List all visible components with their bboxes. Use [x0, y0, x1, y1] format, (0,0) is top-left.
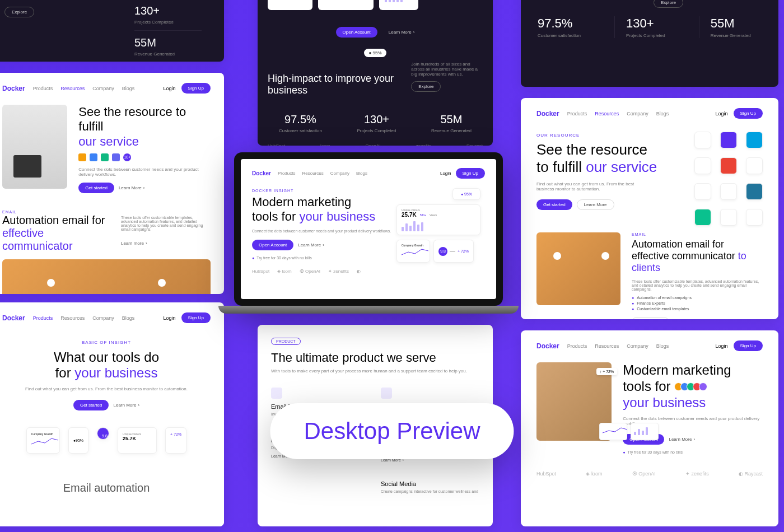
- nav-blogs[interactable]: Blogs: [656, 343, 669, 349]
- mailchimp-icon: [553, 252, 561, 260]
- partner-logos: HubSpot ◈ loom ⦿ OpenAI ✦ zenefits ◐: [252, 269, 485, 274]
- partner-logos: HubSpot ◈ loom ⦿ OpenAI ✦ zenefits ◐ Ray…: [536, 471, 763, 477]
- learn-more-button[interactable]: Learn More: [119, 183, 145, 193]
- stats-card-topleft: High-impact to improve your business Joi…: [0, 0, 224, 62]
- buffer-icon: [694, 157, 711, 174]
- learn-more-button[interactable]: Learn more: [632, 317, 669, 319]
- learn-more-button[interactable]: Learn More: [669, 434, 695, 445]
- nav-resources[interactable]: Resources: [595, 343, 619, 349]
- integration-icon: [78, 153, 86, 161]
- gmail-icon: [720, 157, 737, 174]
- nav-blogs[interactable]: Blogs: [122, 315, 135, 321]
- bars-widget: [631, 423, 659, 440]
- nav-company[interactable]: Company: [92, 86, 114, 91]
- resource-card-right: Docker Products Resources Company Blogs …: [521, 98, 778, 319]
- stats-card-topright: High-impact to improve your business Joi…: [521, 0, 778, 87]
- notion-icon: [694, 183, 711, 200]
- wordpress-icon: [746, 183, 763, 200]
- nav-company[interactable]: Company: [92, 315, 114, 321]
- nav-company[interactable]: Company: [627, 343, 648, 349]
- learn-more-button[interactable]: Learn more: [121, 241, 147, 246]
- stat-item: 55M Revenue Generated: [134, 30, 202, 62]
- login-link[interactable]: Login: [716, 111, 728, 116]
- nav-products[interactable]: Products: [33, 315, 53, 321]
- signup-button[interactable]: Sign Up: [734, 108, 763, 119]
- nav-products[interactable]: Products: [567, 111, 587, 116]
- score-widget: 9.8 ── + 72%: [433, 240, 474, 263]
- analytics-icon: [720, 209, 737, 226]
- nav-resources[interactable]: Resources: [302, 171, 323, 176]
- growth-widget: Company Growth: [26, 427, 60, 454]
- logo[interactable]: Docker: [2, 314, 25, 322]
- get-started-button[interactable]: Get started: [73, 400, 109, 410]
- pct-widget: ● 95%: [452, 188, 480, 200]
- score-widget: 9.8 ──── + 72%: [318, 0, 374, 10]
- hero-dark-center: Company Growth 9.8 ──── + 72% Unique vis…: [258, 0, 493, 146]
- nav-products[interactable]: Products: [567, 343, 587, 349]
- login-link[interactable]: Login: [716, 343, 728, 349]
- nav-resources[interactable]: Resources: [60, 315, 85, 321]
- nav-blogs[interactable]: Blogs: [356, 171, 367, 176]
- drive-icon: [720, 183, 737, 200]
- resource-card-left: Docker Products Resources Company Blogs …: [0, 73, 224, 294]
- salesforce-icon: [746, 132, 763, 148]
- nav-company[interactable]: Company: [627, 111, 648, 116]
- hero-card-right: Docker Products Resources Company Blogs …: [521, 330, 778, 526]
- email-image: [2, 259, 211, 294]
- slack-icon: [746, 157, 763, 174]
- explore-button[interactable]: Explore: [411, 81, 441, 92]
- hero-image: [2, 105, 67, 189]
- open-account-button[interactable]: Open Account: [252, 240, 293, 250]
- nav-resources[interactable]: Resources: [595, 111, 619, 116]
- laptop-mockup: Docker Products Resources Company Blogs …: [234, 152, 503, 314]
- more-icon: [746, 209, 763, 226]
- explore-button[interactable]: Explore: [654, 0, 683, 8]
- learn-more-button[interactable]: Learn More: [577, 199, 614, 210]
- nav-blogs[interactable]: Blogs: [122, 86, 135, 91]
- logo[interactable]: Docker: [252, 170, 271, 176]
- score-widget: 9.8: [97, 427, 109, 440]
- visitors-widget: Unique visitors 25.7K: [118, 427, 157, 454]
- open-account-button[interactable]: Open Account: [336, 27, 377, 38]
- learn-more-button[interactable]: Learn More: [298, 240, 324, 250]
- growth-widget: Company Growth: [268, 0, 312, 10]
- nav-products[interactable]: Products: [33, 86, 53, 91]
- email-marketing-icon: [271, 388, 282, 399]
- signup-button[interactable]: Sign Up: [456, 168, 485, 179]
- mailchimp-icon: [694, 132, 711, 148]
- avatar-stack: [676, 382, 707, 391]
- get-started-button[interactable]: Get started: [78, 183, 114, 193]
- logo[interactable]: Docker: [2, 85, 25, 92]
- nav-products[interactable]: Products: [278, 171, 296, 176]
- signup-button[interactable]: Sign Up: [181, 312, 211, 323]
- login-link[interactable]: Login: [164, 86, 176, 91]
- nav-blogs[interactable]: Blogs: [656, 111, 669, 116]
- asana-icon: [720, 132, 737, 148]
- nav-company[interactable]: Company: [330, 171, 349, 176]
- nav-resources[interactable]: Resources: [60, 86, 85, 91]
- get-started-button[interactable]: Get started: [536, 199, 572, 210]
- integration-icon: [90, 153, 97, 161]
- stat-item: 130+ Projects Completed: [134, 0, 202, 30]
- login-link[interactable]: Login: [440, 171, 451, 176]
- gmail-icon: [158, 279, 166, 287]
- visitors-widget: Unique visitors 25.7K 580+ Views: [396, 204, 480, 235]
- learn-more-button[interactable]: Learn More: [389, 27, 415, 38]
- shopify-icon: [694, 209, 711, 226]
- delta-widget: + 72%: [165, 427, 186, 454]
- integration-icon: [112, 153, 120, 161]
- content-marketing-icon: [381, 388, 392, 399]
- login-link[interactable]: Login: [164, 315, 176, 321]
- signup-button[interactable]: Sign Up: [181, 83, 211, 94]
- explore-button[interactable]: Explore: [4, 7, 34, 17]
- feature-social-media: Social Media Create campaigns interactiv…: [381, 480, 479, 493]
- logo[interactable]: Docker: [536, 342, 559, 350]
- mailchimp-icon: [47, 279, 55, 287]
- growth-widget: [599, 423, 627, 440]
- email-image: [536, 232, 620, 305]
- logo[interactable]: Docker: [536, 110, 559, 118]
- learn-more-button[interactable]: Learn More: [113, 400, 139, 410]
- signup-button[interactable]: Sign Up: [734, 340, 763, 351]
- integration-icon: [101, 153, 109, 161]
- growth-widget: Company Growth: [396, 240, 430, 263]
